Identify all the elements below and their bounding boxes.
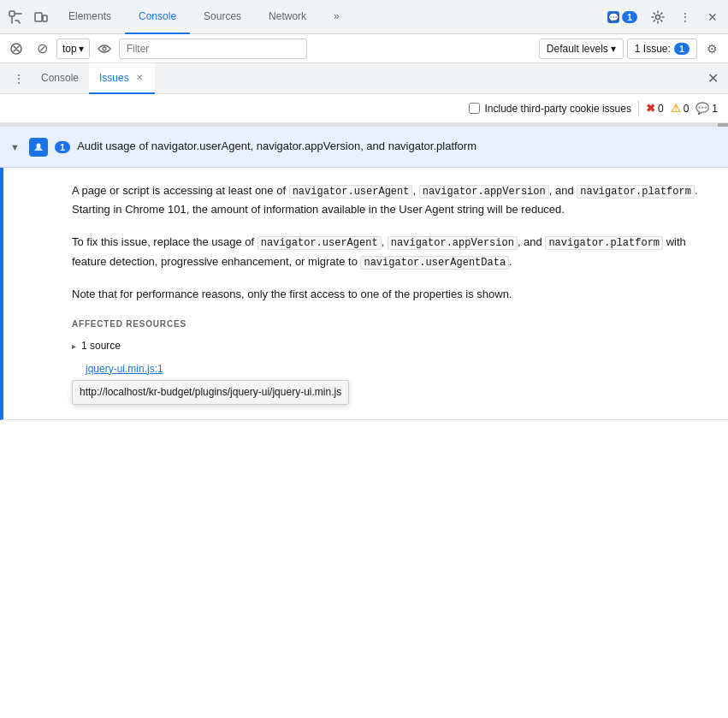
info-count: 💬 1 [695, 102, 718, 115]
source-link[interactable]: jquery-ui.min.js:1 [86, 361, 163, 377]
issue-chevron: ▼ [10, 142, 22, 152]
detail-para-2: To fix this issue, replace the usage of … [72, 233, 714, 271]
issues-list: ▼ 1 Audit usage of navigator.userAgent, … [0, 123, 728, 718]
svg-text:💬: 💬 [608, 12, 619, 23]
code-appversion-2: navigator.appVersion [388, 236, 518, 250]
ban-button[interactable]: ⊘ [31, 38, 53, 60]
strip-tab-issues-close[interactable]: ✕ [134, 71, 145, 84]
tab-more[interactable]: » [320, 0, 353, 34]
close-panel-button[interactable]: ✕ [701, 67, 725, 91]
third-party-label-text: Include third-party cookie issues [485, 103, 631, 115]
affected-resources: AFFECTED RESOURCES ▸ 1 source jquery-ui.… [72, 317, 714, 377]
main-tab-bar: Elements Console Sources Network » [55, 0, 353, 34]
issue-title: Audit usage of navigator.userAgent, navi… [77, 139, 476, 154]
source-toggle[interactable]: ▸ 1 source [72, 338, 714, 354]
third-party-checkbox-label[interactable]: Include third-party cookie issues [469, 103, 631, 115]
issues-badge-small: 1 [674, 43, 690, 55]
error-count-num: 0 [658, 103, 664, 115]
svg-point-7 [103, 47, 106, 50]
issues-count-button[interactable]: 💬 1 [602, 5, 642, 29]
svg-rect-0 [9, 11, 15, 16]
issues-text: 1 Issue: [635, 43, 671, 55]
devtools-tabbar: Elements Console Sources Network » 💬 1 ⋮… [0, 0, 728, 34]
issue-detail: A page or script is accessing at least o… [0, 168, 728, 420]
more-options-button[interactable]: ⋮ [673, 5, 697, 29]
device-toolbar-button[interactable] [29, 5, 53, 29]
svg-rect-1 [35, 13, 42, 21]
learn-more-link[interactable]: i Learn more: User-Agent String Reductio… [72, 388, 714, 406]
detail-para-1: A page or script is accessing at least o… [72, 181, 714, 219]
console-toolbar: ⊘ top ▾ Default levels ▾ 1 Issue: 1 ⚙ [0, 34, 728, 63]
code-useragent-2: navigator.userAgent [257, 236, 382, 250]
strip-more-button[interactable]: ⋮ [7, 67, 31, 91]
strip-tab-console[interactable]: Console [31, 63, 89, 94]
svg-point-8 [37, 143, 41, 147]
detail-para-3: Note that for performance reasons, only … [72, 285, 714, 304]
source-link-container: jquery-ui.min.js:1 http://localhost/kr-b… [72, 361, 163, 377]
issues-count-display: ✖ 0 ⚠ 0 💬 1 [646, 102, 718, 115]
issues-badge: 1 [622, 11, 637, 23]
toolbar-right: 💬 1 ⋮ ✕ [602, 5, 725, 29]
issue-header[interactable]: ▼ 1 Audit usage of navigator.userAgent, … [0, 127, 728, 168]
code-useragentdata: navigator.userAgentData [360, 256, 509, 270]
clear-console-button[interactable] [5, 38, 27, 60]
third-party-checkbox[interactable] [469, 103, 480, 114]
context-dropdown[interactable]: top ▾ [56, 39, 90, 59]
toolbar-divider [638, 101, 639, 116]
scroll-indicator [0, 123, 728, 127]
default-levels-arrow: ▾ [611, 43, 616, 55]
context-arrow: ▾ [79, 43, 84, 55]
code-useragent-1: navigator.userAgent [289, 185, 413, 199]
issue-type-icon [29, 138, 48, 157]
panel-tab-strip: ⋮ Console Issues ✕ ✕ [0, 63, 728, 94]
default-levels-label: Default levels [547, 43, 608, 55]
svg-point-5 [656, 15, 660, 19]
tab-elements[interactable]: Elements [55, 0, 125, 34]
strip-tab-console-label: Console [41, 72, 79, 84]
strip-tab-issues[interactable]: Issues ✕ [89, 63, 155, 94]
context-label: top [62, 43, 77, 55]
console-settings-button[interactable]: ⚙ [701, 38, 723, 60]
eye-button[interactable] [93, 38, 115, 60]
issues-options-bar: Include third-party cookie issues ✖ 0 ⚠ … [0, 94, 728, 123]
inspect-element-button[interactable] [3, 5, 27, 29]
tab-sources[interactable]: Sources [190, 0, 255, 34]
issues-button[interactable]: 1 Issue: 1 [627, 39, 697, 59]
learn-more-icon: i [72, 390, 86, 404]
source-toggle-label: 1 source [81, 338, 121, 354]
info-count-icon: 💬 [695, 102, 709, 115]
issue-badge-num: 1 [55, 141, 70, 153]
code-platform-2: navigator.platform [545, 236, 663, 250]
default-levels-dropdown[interactable]: Default levels ▾ [539, 39, 624, 59]
affected-label: AFFECTED RESOURCES [72, 317, 714, 331]
warning-count: ⚠ 0 [671, 102, 690, 115]
tab-console[interactable]: Console [125, 0, 190, 34]
close-devtools-button[interactable]: ✕ [701, 5, 725, 29]
code-platform-1: navigator.platform [577, 185, 695, 199]
learn-more-text: Learn more: User-Agent String Reduction [89, 388, 293, 406]
strip-tab-issues-label: Issues [99, 72, 129, 84]
tab-network[interactable]: Network [255, 0, 320, 34]
code-appversion-1: navigator.appVersion [419, 185, 549, 199]
svg-rect-2 [43, 15, 47, 21]
warning-icon: ⚠ [671, 102, 681, 115]
settings-button[interactable] [646, 5, 670, 29]
error-icon: ✖ [646, 102, 655, 115]
filter-input[interactable] [119, 39, 307, 59]
info-count-num: 1 [712, 103, 718, 115]
warning-count-num: 0 [684, 103, 690, 115]
source-toggle-arrow: ▸ [72, 340, 76, 353]
error-count: ✖ 0 [646, 102, 664, 115]
